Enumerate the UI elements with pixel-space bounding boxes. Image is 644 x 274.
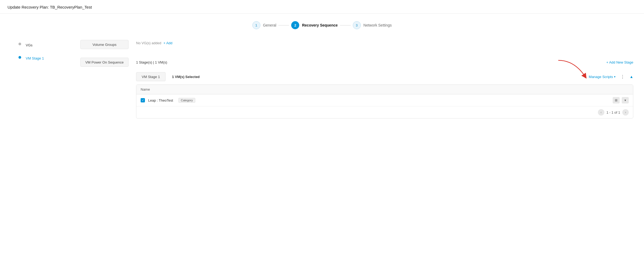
vm-table: Name ✓ Leap : TheoTest Category ⊞ — [136, 84, 633, 119]
vm-category-badge: Category — [178, 98, 195, 103]
stages-info: 1 Stage(s) | 1 VM(s) — [136, 60, 385, 64]
pagination-row: ‹ 1 - 1 of 1 › — [136, 106, 633, 118]
chevron-down-icon: ▾ — [624, 98, 626, 102]
add-vg-link[interactable]: + Add — [163, 41, 173, 45]
sidebar-dot-vgs — [18, 43, 21, 45]
volume-groups-label: Volume Groups — [80, 40, 129, 49]
no-vg-text: No VG(s) added — [136, 41, 161, 45]
content-area: Volume Groups No VG(s) added + Add VM Po… — [59, 40, 644, 119]
manage-scripts-chevron-icon: ▾ — [614, 75, 616, 79]
prev-icon: ‹ — [601, 110, 602, 114]
volume-groups-content: No VG(s) added + Add — [136, 40, 633, 45]
step-general[interactable]: 1 General — [252, 21, 276, 29]
table-row: ✓ Leap : TheoTest Category ⊞ ▾ — [136, 94, 633, 106]
next-page-btn[interactable]: › — [622, 109, 629, 116]
grid-icon: ⊞ — [615, 98, 617, 102]
vm-stage-selected-text: 1 VM(s) Selected — [172, 75, 589, 79]
main-content: VGs VM Stage 1 Volume Groups No VG(s) ad… — [0, 35, 644, 119]
step-network-settings[interactable]: 3 Network Settings — [353, 21, 392, 29]
vm-row-actions: ⊞ ▾ — [613, 97, 629, 103]
step-recovery-sequence[interactable]: 2 Recovery Sequence — [291, 21, 338, 29]
sidebar: VGs VM Stage 1 — [16, 40, 59, 119]
three-dots-icon[interactable]: ⋮ — [620, 74, 625, 79]
arrow-area: + Add New Stage — [385, 60, 633, 64]
vm-seq-header: VM Power On Sequence 1 Stage(s) | 1 VM(s… — [80, 58, 633, 67]
vm-expand-icon-btn[interactable]: ▾ — [622, 97, 629, 103]
vm-checkbox[interactable]: ✓ — [141, 98, 145, 102]
step-label-general: General — [263, 23, 276, 27]
vm-grid-icon-btn[interactable]: ⊞ — [613, 97, 620, 103]
volume-groups-section: Volume Groups No VG(s) added + Add — [80, 40, 633, 49]
page-info: 1 - 1 of 1 — [606, 110, 620, 114]
vm-name: Leap : TheoTest — [148, 98, 173, 102]
step-divider-2 — [340, 25, 351, 25]
manage-scripts-btn[interactable]: Manage Scripts ▾ — [589, 75, 616, 79]
step-circle-2: 2 — [291, 21, 299, 29]
sidebar-item-vm-stage[interactable]: VM Stage 1 — [26, 56, 44, 60]
chevron-up-icon[interactable]: ▲ — [630, 75, 633, 79]
page-title: Update Recovery Plan: TB_RecoveryPlan_Te… — [8, 5, 92, 9]
step-label-recovery-sequence: Recovery Sequence — [302, 23, 338, 27]
step-label-network-settings: Network Settings — [364, 23, 392, 27]
vm-stage-row-header: VM Stage 1 1 VM(s) Selected Manage Scrip… — [136, 72, 633, 81]
step-divider-1 — [278, 25, 289, 25]
add-new-stage-btn[interactable]: + Add New Stage — [606, 60, 633, 64]
step-circle-3: 3 — [353, 21, 361, 29]
vm-stage-block: VM Stage 1 1 VM(s) Selected Manage Scrip… — [136, 72, 633, 119]
step-circle-1: 1 — [252, 21, 260, 29]
sidebar-labels: VGs VM Stage 1 — [26, 43, 44, 61]
sidebar-dot-vm-stage — [18, 56, 21, 59]
vm-stage-label: VM Stage 1 — [136, 72, 166, 81]
vm-power-on-label: VM Power On Sequence — [80, 58, 129, 67]
stepper: 1 General 2 Recovery Sequence 3 Network … — [0, 14, 644, 35]
page-header: Update Recovery Plan: TB_RecoveryPlan_Te… — [0, 0, 644, 14]
vm-power-on-sequence: VM Power On Sequence 1 Stage(s) | 1 VM(s… — [80, 58, 633, 119]
vm-table-header: Name — [136, 85, 633, 94]
prev-page-btn[interactable]: ‹ — [598, 109, 604, 116]
sidebar-toggle-area: VGs VM Stage 1 — [16, 43, 59, 59]
dot-connector — [16, 43, 24, 59]
check-icon: ✓ — [142, 99, 144, 102]
sidebar-item-vgs[interactable]: VGs — [26, 43, 44, 47]
vm-stage-actions: Manage Scripts ▾ ⋮ ▲ — [589, 74, 633, 79]
next-icon: › — [625, 110, 626, 114]
